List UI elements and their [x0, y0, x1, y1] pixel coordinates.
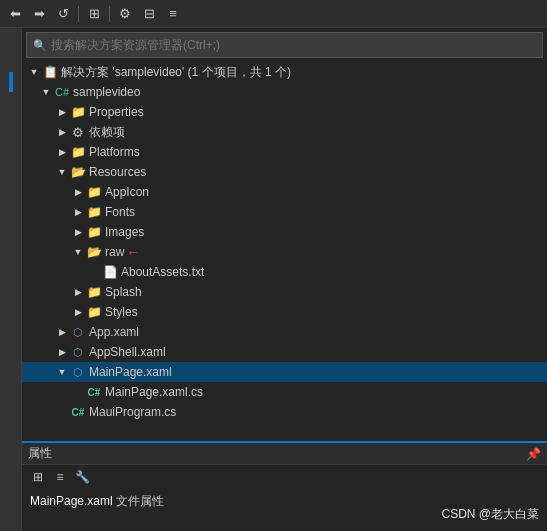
expand-deps[interactable]: ▶	[54, 124, 70, 140]
pin-icon[interactable]: 📌	[526, 447, 541, 461]
tree-item-appxaml[interactable]: ▶ ⬡ App.xaml	[22, 322, 547, 342]
solution-label: 解决方案 'samplevideo' (1 个项目，共 1 个)	[61, 64, 291, 81]
folder-appicon-icon: 📁	[86, 184, 102, 200]
xaml-mainpage-icon: ⬡	[70, 364, 86, 380]
left-edge	[0, 28, 22, 531]
expand-images[interactable]: ▶	[70, 224, 86, 240]
folder-resources-icon: 📂	[70, 164, 86, 180]
folder-styles-icon: 📁	[86, 304, 102, 320]
tree-item-fonts[interactable]: ▶ 📁 Fonts	[22, 202, 547, 222]
tree-item-appshell[interactable]: ▶ ⬡ AppShell.xaml	[22, 342, 547, 362]
search-bar[interactable]: 🔍	[26, 32, 543, 58]
toolbar: ⬅ ➡ ↺ ⊞ ⚙ ⊟ ≡	[0, 0, 547, 28]
splash-label: Splash	[105, 285, 142, 299]
appshell-label: AppShell.xaml	[89, 345, 166, 359]
tree-item-deps[interactable]: ▶ ⚙ 依赖项	[22, 122, 547, 142]
tree-item-appicon[interactable]: ▶ 📁 AppIcon	[22, 182, 547, 202]
tree-item-platforms[interactable]: ▶ 📁 Platforms	[22, 142, 547, 162]
project-icon: C#	[54, 84, 70, 100]
tree-item-raw[interactable]: ▼ 📂 raw ←	[22, 242, 547, 262]
main-body: 🔍 ▼ 📋 解决方案 'samplevideo' (1 个项目，共 1 个)	[0, 28, 547, 531]
expand-fonts[interactable]: ▶	[70, 204, 86, 220]
folder-splash-icon: 📁	[86, 284, 102, 300]
folder-images-icon: 📁	[86, 224, 102, 240]
properties-title: 属性	[28, 445, 52, 462]
tree-item-mainpage[interactable]: ▼ ⬡ MainPage.xaml	[22, 362, 547, 382]
tree-item-aboutassets[interactable]: ▶ 📄 AboutAssets.txt	[22, 262, 547, 282]
toolbar-back-btn[interactable]: ⬅	[4, 3, 26, 25]
tree-item-resources[interactable]: ▼ 📂 Resources	[22, 162, 547, 182]
xaml-appshell-icon: ⬡	[70, 344, 86, 360]
appxaml-label: App.xaml	[89, 325, 139, 339]
solution-explorer: 🔍 ▼ 📋 解决方案 'samplevideo' (1 个项目，共 1 个)	[22, 28, 547, 441]
appicon-label: AppIcon	[105, 185, 149, 199]
search-input[interactable]	[51, 38, 536, 52]
toolbar-filter-btn[interactable]: ⊞	[83, 3, 105, 25]
properties-header: 属性 📌	[22, 443, 547, 465]
platforms-label: Platforms	[89, 145, 140, 159]
folder-raw-icon: 📂	[86, 244, 102, 260]
expand-project[interactable]: ▼	[38, 84, 54, 100]
styles-label: Styles	[105, 305, 138, 319]
cs-mauiprogram-icon: C#	[70, 404, 86, 420]
tree-item-properties[interactable]: ▶ 📁 Properties	[22, 102, 547, 122]
tree-item-images[interactable]: ▶ 📁 Images	[22, 222, 547, 242]
expand-splash[interactable]: ▶	[70, 284, 86, 300]
mauiprogram-label: MauiProgram.cs	[89, 405, 176, 419]
tree-item-mauiprogram[interactable]: ▶ C# MauiProgram.cs	[22, 402, 547, 422]
toolbar-sep1	[78, 6, 79, 22]
main-container: ⬅ ➡ ↺ ⊞ ⚙ ⊟ ≡ 🔍	[0, 0, 547, 531]
prop-file-name: MainPage.xaml	[30, 494, 113, 508]
tree-item-project[interactable]: ▼ C# samplevideo	[22, 82, 547, 102]
search-icon: 🔍	[33, 39, 47, 52]
folder-icon: 📁	[70, 104, 86, 120]
solution-icon: 📋	[42, 64, 58, 80]
toolbar-sep2	[109, 6, 110, 22]
expand-mainpage[interactable]: ▼	[54, 364, 70, 380]
toolbar-settings-btn[interactable]: ⚙	[114, 3, 136, 25]
tree-item-styles[interactable]: ▶ 📁 Styles	[22, 302, 547, 322]
deps-icon: ⚙	[70, 124, 86, 140]
mainpagecs-label: MainPage.xaml.cs	[105, 385, 203, 399]
cs-mainpagecs-icon: C#	[86, 384, 102, 400]
red-arrow-annotation: ←	[126, 244, 140, 260]
project-label: samplevideo	[73, 85, 140, 99]
expand-platforms[interactable]: ▶	[54, 144, 70, 160]
folder-platforms-icon: 📁	[70, 144, 86, 160]
prop-file-suffix: 文件属性	[116, 494, 164, 508]
content-area: 🔍 ▼ 📋 解决方案 'samplevideo' (1 个项目，共 1 个)	[22, 28, 547, 531]
tree-item-splash[interactable]: ▶ 📁 Splash	[22, 282, 547, 302]
toolbar-forward-btn[interactable]: ➡	[28, 3, 50, 25]
expand-appxaml[interactable]: ▶	[54, 324, 70, 340]
expand-appicon[interactable]: ▶	[70, 184, 86, 200]
prop-btn3[interactable]: 🔧	[72, 467, 92, 487]
deps-label: 依赖项	[89, 124, 125, 141]
prop-toolbar: ⊞ ≡ 🔧	[22, 465, 547, 489]
toolbar-layout-btn[interactable]: ⊟	[138, 3, 160, 25]
mainpage-label: MainPage.xaml	[89, 365, 172, 379]
prop-btn2[interactable]: ≡	[50, 467, 70, 487]
expand-solution[interactable]: ▼	[26, 64, 42, 80]
tree-container: ▼ 📋 解决方案 'samplevideo' (1 个项目，共 1 个) ▼ C…	[22, 60, 547, 441]
properties-label: Properties	[89, 105, 144, 119]
expand-properties[interactable]: ▶	[54, 104, 70, 120]
tree-item-mainpagecs[interactable]: ▶ C# MainPage.xaml.cs	[22, 382, 547, 402]
folder-fonts-icon: 📁	[86, 204, 102, 220]
watermark-text: CSDN @老大白菜	[441, 506, 539, 523]
xaml-app-icon: ⬡	[70, 324, 86, 340]
expand-appshell[interactable]: ▶	[54, 344, 70, 360]
prop-btn1[interactable]: ⊞	[28, 467, 48, 487]
expand-resources[interactable]: ▼	[54, 164, 70, 180]
images-label: Images	[105, 225, 144, 239]
tree-item-solution[interactable]: ▼ 📋 解决方案 'samplevideo' (1 个项目，共 1 个)	[22, 62, 547, 82]
fonts-label: Fonts	[105, 205, 135, 219]
resources-label: Resources	[89, 165, 146, 179]
aboutassets-label: AboutAssets.txt	[121, 265, 204, 279]
expand-styles[interactable]: ▶	[70, 304, 86, 320]
toolbar-menu-btn[interactable]: ≡	[162, 3, 184, 25]
left-accent-bar	[9, 72, 13, 92]
expand-raw[interactable]: ▼	[70, 244, 86, 260]
raw-label: raw	[105, 245, 124, 259]
txt-icon: 📄	[102, 264, 118, 280]
toolbar-sync-btn[interactable]: ↺	[52, 3, 74, 25]
